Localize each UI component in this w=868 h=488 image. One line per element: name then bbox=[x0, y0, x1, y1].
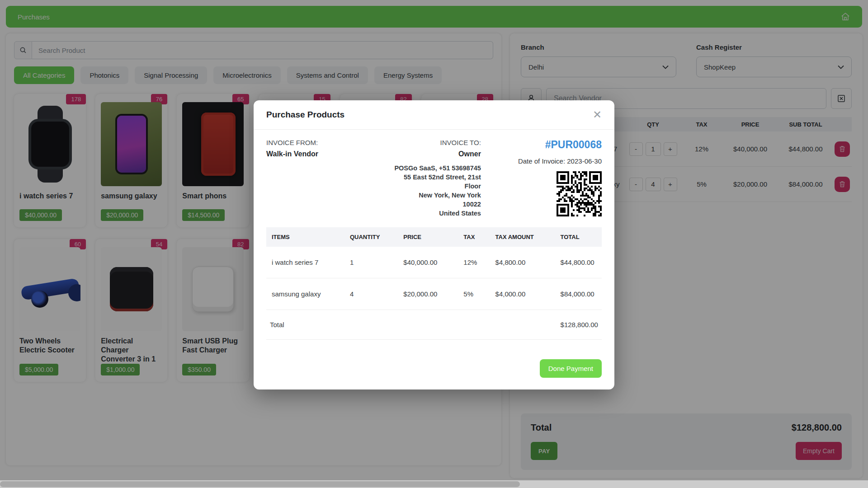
col-tax-amount: TAX AMOUNT bbox=[492, 227, 557, 247]
modal-header: Purchase Products ✕ bbox=[254, 100, 614, 130]
invoice-from-value: Walk-in Vendor bbox=[266, 150, 367, 158]
invoice-item-total: $84,000.00 bbox=[557, 278, 602, 310]
address-line: United States bbox=[367, 209, 481, 218]
invoice-item-qty: 1 bbox=[346, 247, 400, 278]
pos-screen: Purchases All Categories bbox=[0, 0, 868, 488]
invoice-to-value: Owner bbox=[367, 150, 481, 158]
invoice-item-price: $20,000.00 bbox=[400, 278, 460, 310]
invoice-number: #PUR00068 bbox=[481, 139, 602, 151]
invoice-item-name: i watch series 7 bbox=[266, 247, 346, 278]
col-tax: TAX bbox=[460, 227, 491, 247]
invoice-table-header: ITEMS QUANTITY PRICE TAX TAX AMOUNT TOTA… bbox=[266, 227, 602, 247]
invoice-item-total: $44,800.00 bbox=[557, 247, 602, 278]
invoice-item-price: $40,000.00 bbox=[400, 247, 460, 278]
modal-title: Purchase Products bbox=[266, 110, 344, 120]
address-line: 10022 bbox=[367, 200, 481, 209]
address-line: 55 East 52nd Street, 21st bbox=[367, 173, 481, 182]
invoice-total-label: Total bbox=[266, 310, 346, 340]
address-line: Floor bbox=[367, 182, 481, 191]
invoice-to-label: INVOICE TO: bbox=[367, 139, 481, 146]
invoice-total-row: Total $128,800.00 bbox=[266, 310, 602, 340]
invoice-item-name: samsung galaxy bbox=[266, 278, 346, 310]
address-line: POSGo SaaS, +51 53698745 bbox=[367, 164, 481, 173]
address-line: New York, New York bbox=[367, 191, 481, 200]
purchase-modal: Purchase Products ✕ INVOICE FROM: Walk-i… bbox=[254, 100, 614, 389]
invoice-total-value: $128,800.00 bbox=[557, 310, 602, 340]
invoice-address: POSGo SaaS, +51 53698745 55 East 52nd St… bbox=[367, 164, 481, 218]
invoice-row: samsung galaxy 4 $20,000.00 5% $4,000.00… bbox=[266, 278, 602, 310]
invoice-item-tax-amount: $4,800.00 bbox=[492, 247, 557, 278]
qr-code bbox=[557, 171, 602, 218]
invoice-table: ITEMS QUANTITY PRICE TAX TAX AMOUNT TOTA… bbox=[266, 227, 602, 340]
close-icon[interactable]: ✕ bbox=[593, 109, 602, 120]
invoice-from-label: INVOICE FROM: bbox=[266, 139, 367, 146]
col-quantity: QUANTITY bbox=[346, 227, 400, 247]
invoice-item-tax: 5% bbox=[460, 278, 491, 310]
invoice-item-tax-amount: $4,000.00 bbox=[492, 278, 557, 310]
horizontal-scrollbar[interactable] bbox=[0, 480, 868, 488]
invoice-info: INVOICE FROM: Walk-in Vendor INVOICE TO:… bbox=[254, 130, 614, 221]
col-total: TOTAL bbox=[557, 227, 602, 247]
col-price: PRICE bbox=[400, 227, 460, 247]
invoice-date: Date of Invoice: 2023-06-30 bbox=[481, 157, 602, 165]
scrollbar-thumb[interactable] bbox=[0, 481, 520, 487]
col-items: ITEMS bbox=[266, 227, 346, 247]
invoice-item-tax: 12% bbox=[460, 247, 491, 278]
invoice-item-qty: 4 bbox=[346, 278, 400, 310]
done-payment-button[interactable]: Done Payment bbox=[540, 359, 602, 378]
modal-footer: Done Payment bbox=[254, 352, 614, 389]
invoice-row: i watch series 7 1 $40,000.00 12% $4,800… bbox=[266, 247, 602, 278]
